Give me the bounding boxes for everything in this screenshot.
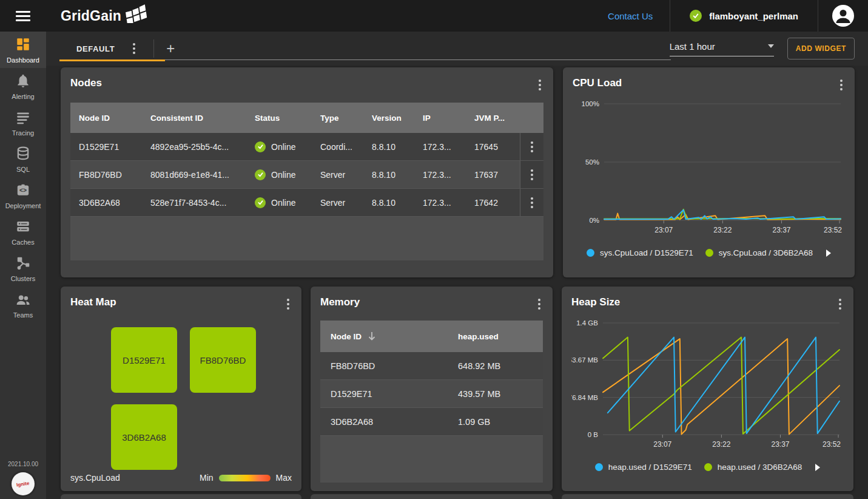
cell-version: 8.8.10 [363, 142, 414, 152]
cell-actions [520, 189, 543, 216]
nodes-column-header[interactable]: IP [414, 114, 466, 123]
cell-ip: 172.3... [414, 198, 466, 208]
tab-kebab-menu[interactable] [130, 41, 138, 56]
sidebar-item-clusters[interactable]: Clusters [0, 250, 46, 287]
user-chip[interactable]: flamboyant_perlman [670, 0, 818, 32]
version-label: 2021.10.00 [8, 461, 38, 467]
sidebar-item-label: Teams [13, 311, 33, 319]
cell-status: Online [246, 141, 312, 152]
legend-item[interactable]: sys.CpuLoad / D1529E71 [587, 248, 693, 257]
sidebar-item-label: Clusters [11, 275, 35, 282]
memory-header-heap-used[interactable]: heap.used [448, 332, 543, 341]
nodes-table-row[interactable]: D1529E714892ea95-25b5-4c... OnlineCoordi… [70, 133, 543, 161]
cpu-load-chart: 100%50%0%23:0723:2223:3723:52 [573, 97, 845, 241]
people-icon [15, 291, 31, 310]
heatmap-tile-D1529E71[interactable]: D1529E71 [111, 327, 177, 393]
status-online-check-icon [255, 141, 266, 152]
add-dashboard-button[interactable]: + [156, 40, 184, 57]
svg-text:953.67 MB: 953.67 MB [571, 356, 598, 364]
gridgain-flag-icon [124, 4, 149, 23]
heatmap-panel-kebab-menu[interactable] [284, 296, 292, 312]
legend-dot [595, 463, 603, 471]
code-box-icon: <> [15, 182, 31, 200]
sidebar-item-sql[interactable]: SQL [0, 141, 46, 177]
sidebar-item-label: Dashboard [7, 56, 39, 64]
topbar: GridGain Contact Us flamboyant_perlman [0, 0, 868, 32]
account-menu-button[interactable] [818, 0, 868, 32]
cpu-panel-kebab-menu[interactable] [838, 77, 845, 93]
time-range-select[interactable]: Last 1 hour [670, 41, 774, 56]
nodes-column-header[interactable]: Version [363, 114, 414, 123]
bell-icon [15, 73, 31, 91]
heatmap-tile-FB8D76BD[interactable]: FB8D76BD [190, 327, 256, 393]
memory-panel-kebab-menu[interactable] [536, 296, 543, 312]
cell-heap-used: 1.09 GB [448, 417, 543, 427]
cpu-chart-legend: sys.CpuLoad / D1529E71 sys.CpuLoad / 3D6… [573, 248, 845, 257]
nodes-column-header[interactable]: Type [312, 114, 363, 123]
sidebar-item-teams[interactable]: Teams [0, 287, 46, 323]
memory-table-row[interactable]: 3D6B2A68 1.09 GB [320, 408, 543, 436]
svg-text:23:52: 23:52 [823, 440, 841, 449]
nodes-table-row[interactable]: FB8D76BD8081d669-e1e8-41... OnlineServer… [70, 161, 543, 189]
legend-label: sys.CpuLoad / D1529E71 [600, 248, 693, 257]
avatar-icon [832, 5, 854, 27]
powered-by-ignite-badge: Ignite [12, 472, 35, 495]
contact-us-link[interactable]: Contact Us [608, 11, 653, 21]
legend-next-page-arrow-icon[interactable] [826, 250, 831, 257]
memory-table-header: Node ID heap.used [320, 321, 543, 352]
sidebar-item-label: SQL [16, 166, 30, 173]
svg-text:50%: 50% [585, 158, 599, 166]
tab-default[interactable]: DEFAULT [59, 32, 151, 66]
sort-descending-arrow-icon [368, 331, 376, 341]
cell-node-id: 3D6B2A68 [320, 417, 448, 427]
sidebar-item-tracing[interactable]: Tracing [0, 104, 46, 141]
sidebar-item-alerting[interactable]: Alerting [0, 68, 46, 104]
time-range-value: Last 1 hour [670, 41, 715, 52]
nodes-column-header[interactable]: Node ID [70, 114, 142, 123]
nodes-column-header[interactable]: JVM P... [466, 114, 520, 123]
cell-type: Server [312, 198, 363, 208]
heap-chart-legend: heap.used / D1529E71 heap.used / 3D6B2A6… [571, 463, 844, 472]
svg-text:23:37: 23:37 [771, 440, 789, 449]
memory-panel: Memory Node ID heap. [311, 287, 553, 491]
svg-text:476.84 MB: 476.84 MB [571, 394, 598, 401]
svg-text:23:22: 23:22 [713, 226, 732, 234]
legend-item[interactable]: sys.CpuLoad / 3D6B2A68 [705, 248, 813, 257]
row-kebab-menu[interactable] [528, 139, 536, 155]
svg-text:<>: <> [19, 187, 27, 194]
legend-item[interactable]: heap.used / D1529E71 [595, 463, 692, 472]
cell-actions [520, 161, 543, 188]
database-icon [15, 146, 31, 164]
memory-table-empty-footer [320, 436, 543, 483]
cell-ip: 172.3... [414, 142, 466, 152]
row-kebab-menu[interactable] [528, 167, 536, 183]
nodes-table-row[interactable]: 3D6B2A68528e71f7-8453-4c... OnlineServer… [70, 189, 543, 217]
cell-type: Server [312, 170, 363, 180]
dashboard-tabbar: DEFAULT + Last 1 hour ADD WIDGET [46, 32, 868, 66]
cell-version: 8.8.10 [363, 198, 414, 208]
heatmap-min-label: Min [200, 473, 214, 483]
sidebar-item-deployment[interactable]: <> Deployment [0, 177, 46, 214]
memory-header-node-id[interactable]: Node ID [320, 331, 448, 341]
nodes-column-header[interactable]: Status [246, 114, 312, 123]
cell-node-id: FB8D76BD [70, 170, 142, 180]
heatmap-tile-3D6B2A68[interactable]: 3D6B2A68 [111, 404, 177, 470]
memory-table-row[interactable]: D1529E71 439.57 MB [320, 380, 543, 408]
sidebar-item-dashboard[interactable]: Dashboard [0, 32, 46, 68]
nodes-column-header[interactable]: Consistent ID [142, 114, 246, 123]
legend-next-page-arrow-icon[interactable] [815, 464, 820, 471]
row-kebab-menu[interactable] [528, 195, 536, 211]
sidebar-item-caches[interactable]: Caches [0, 214, 46, 250]
cell-node-id: D1529E71 [320, 389, 448, 399]
heap-panel-kebab-menu[interactable] [836, 296, 844, 312]
nodes-panel-kebab-menu[interactable] [536, 77, 543, 93]
add-widget-button[interactable]: ADD WIDGET [787, 38, 855, 59]
cluster-tree-icon [15, 255, 31, 273]
heatmap-panel-title: Heat Map [70, 296, 116, 308]
cell-type: Coordi... [312, 142, 363, 152]
menu-toggle-button[interactable] [0, 8, 46, 24]
heatmap-max-label: Max [276, 473, 292, 483]
legend-item[interactable]: heap.used / 3D6B2A68 [704, 463, 802, 472]
memory-table-row[interactable]: FB8D76BD 648.92 MB [320, 352, 543, 380]
cpu-load-panel: CPU Load 100%50%0%23:0723:2223:3723:52 s… [563, 67, 855, 277]
